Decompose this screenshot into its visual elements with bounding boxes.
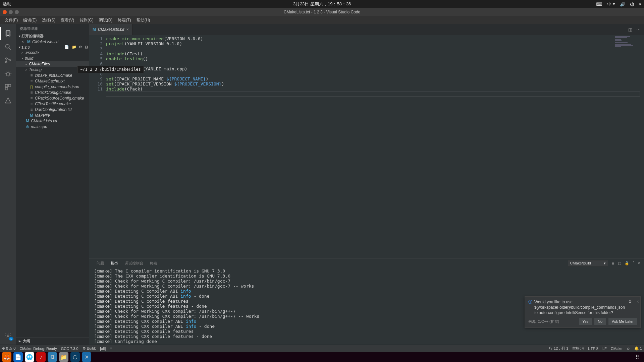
menu-item-2[interactable]: 选择(S) [39, 16, 58, 24]
svg-point-0 [6, 45, 9, 48]
firefox-icon[interactable]: 🦊 [2, 352, 11, 362]
window-close-button[interactable] [3, 10, 7, 14]
power-icon[interactable]: ⏻ [630, 2, 634, 7]
tree-row[interactable]: ▸.vscode [16, 50, 89, 55]
status-right-0[interactable]: 行 12，列 1 [549, 346, 568, 351]
status-left-1[interactable]: CMake: Debug: Ready [19, 347, 57, 351]
status-right-4[interactable]: CMake [611, 347, 623, 351]
system-datetime[interactable]: 3月23日 星期六，19：58：36 [293, 1, 351, 7]
file-icon: ≡ [29, 73, 34, 78]
apps-grid-icon[interactable]: ⠿ [633, 352, 642, 362]
activity-bar: 1 [0, 24, 16, 345]
tool-icon[interactable]: ✕ [82, 352, 91, 362]
open-editors-label: 打开的编辑器 [21, 34, 44, 39]
menu-item-3[interactable]: 查看(V) [58, 16, 77, 24]
tree-row[interactable]: ▾build [16, 55, 89, 61]
new-folder-icon[interactable]: 📁 [72, 45, 76, 49]
extensions-icon[interactable] [0, 80, 16, 94]
docs-icon[interactable]: 📄 [13, 352, 23, 362]
notification-no-button[interactable]: No [594, 318, 606, 325]
activities-label[interactable]: 活动 [3, 1, 11, 7]
status-left-0[interactable]: ⊘ 0 ⚠ 0 [2, 346, 15, 351]
file-icon: ≡ [29, 107, 34, 112]
volume-icon[interactable]: 🔊 [620, 2, 625, 7]
tree-label: compile_commands.json [35, 84, 79, 89]
files-icon[interactable]: 📁 [59, 352, 68, 362]
debug-icon[interactable] [0, 67, 16, 80]
notification-yes-button[interactable]: Yes [579, 318, 592, 325]
tree-row[interactable]: ≡CPackSourceConfig.cmake [16, 95, 89, 101]
keyboard-icon[interactable]: ⌨ [596, 2, 602, 7]
output-channel-dropdown[interactable]: CMake/Build ▾ [568, 260, 608, 266]
menu-item-1[interactable]: 编辑(E) [20, 16, 39, 24]
tree-row[interactable]: ≡DartConfiguration.tcl [16, 107, 89, 112]
status-right-6[interactable]: 🔔 1 [634, 346, 642, 351]
menu-item-7[interactable]: 帮助(H) [134, 16, 153, 24]
gear-icon[interactable]: 1 [0, 329, 16, 343]
menu-item-5[interactable]: 调试(D) [96, 16, 115, 24]
close-icon[interactable]: × [635, 299, 640, 304]
code-editor[interactable]: 1234567891011 cmake_minimum_required(VER… [89, 35, 644, 258]
status-right-1[interactable]: 空格: 4 [572, 346, 584, 351]
outline-header[interactable]: ▸ 大纲 [16, 337, 89, 345]
status-right-3[interactable]: LF [602, 347, 607, 351]
clear-icon[interactable]: ▢ [618, 261, 621, 265]
menu-item-4[interactable]: 转到(G) [77, 16, 96, 24]
collapse-icon[interactable]: ⊟ [85, 45, 88, 49]
refresh-icon[interactable]: ⟳ [79, 45, 82, 49]
tree-row[interactable]: ≡CTestTestfile.cmake [16, 101, 89, 107]
menu-item-6[interactable]: 终端(T) [115, 16, 133, 24]
tab-cmakelists[interactable]: M CMakeLists.txt × [89, 24, 132, 35]
window-maximize-button[interactable] [15, 10, 19, 14]
panel-tab-3[interactable]: 终端 [147, 259, 161, 267]
project-header[interactable]: ▾ 1 2 3 📄 📁 ⟳ ⊟ [16, 45, 89, 50]
menu-item-0[interactable]: 文件(F) [2, 16, 20, 24]
ime-indicator[interactable]: 中 ▾ [607, 1, 615, 7]
vscode-icon[interactable]: ⧉ [48, 352, 57, 362]
tree-row[interactable]: ⊕main.cpp [16, 124, 89, 129]
box-icon[interactable]: ⬡ [70, 352, 80, 362]
notification-later-button[interactable]: Ask Me Later [608, 318, 637, 325]
lock-icon[interactable]: 🔒 [625, 261, 629, 265]
status-right-5[interactable]: ☺ [627, 347, 630, 351]
status-left-5[interactable]: ⌗ [110, 346, 112, 351]
source-control-icon[interactable] [0, 54, 16, 67]
chrome-icon[interactable]: 🌐 [25, 352, 34, 362]
file-tree[interactable]: ▸.vscode▾build▸CMakeFiles▸Testing≡cmake_… [16, 50, 89, 337]
open-editors-header[interactable]: ▾ 打开的编辑器 [16, 33, 89, 39]
tree-row[interactable]: ≡CMakeCache.txt [16, 78, 89, 84]
outline-label: 大纲 [23, 339, 30, 344]
status-right-2[interactable]: UTF-8 [588, 347, 598, 351]
panel-tab-1[interactable]: 输出 [107, 259, 121, 267]
close-icon[interactable]: × [21, 40, 26, 44]
panel-tab-0[interactable]: 问题 [93, 259, 107, 267]
more-icon[interactable]: ⋯ [636, 27, 641, 32]
cmake-icon[interactable] [0, 94, 16, 107]
panel-close-icon[interactable]: × [638, 261, 640, 265]
status-left-2[interactable]: GCC 7.3.0 [61, 347, 78, 351]
split-editor-icon[interactable]: ◫ [628, 27, 632, 32]
panel-tab-2[interactable]: 调试控制台 [121, 259, 147, 267]
new-file-icon[interactable]: 📄 [64, 45, 69, 49]
tree-row[interactable]: ≡CPackConfig.cmake [16, 89, 89, 95]
explorer-icon[interactable] [0, 27, 16, 40]
window-minimize-button[interactable] [9, 10, 13, 14]
system-menu-chevron-icon[interactable]: ▾ [639, 2, 641, 7]
gear-icon[interactable]: ⚙ [627, 299, 633, 304]
tree-row[interactable]: {}compile_commands.json [16, 84, 89, 89]
status-left-4[interactable]: [all] [100, 347, 106, 351]
close-icon[interactable]: × [126, 27, 129, 32]
minimap[interactable] [614, 35, 644, 258]
tab-bar: M CMakeLists.txt × ◫ ⋯ [89, 24, 644, 35]
tree-row[interactable]: ≡cmake_install.cmake [16, 72, 89, 78]
list-icon[interactable]: ≣ [611, 261, 614, 265]
open-editor-item[interactable]: ×MCMakeLists.txt [16, 39, 89, 45]
code-content[interactable]: cmake_minimum_required(VERSION 3.0.0)pro… [106, 35, 614, 258]
tree-row[interactable]: MCMakeLists.txt [16, 118, 89, 124]
search-icon[interactable] [0, 40, 16, 54]
netease-icon[interactable]: ♪ [36, 352, 46, 362]
status-left-3[interactable]: ⚙ Build: [83, 346, 96, 351]
chevron-up-icon[interactable]: ˄ [633, 261, 635, 265]
chevron-icon: ▾ [21, 57, 25, 60]
tree-row[interactable]: MMakefile [16, 112, 89, 118]
